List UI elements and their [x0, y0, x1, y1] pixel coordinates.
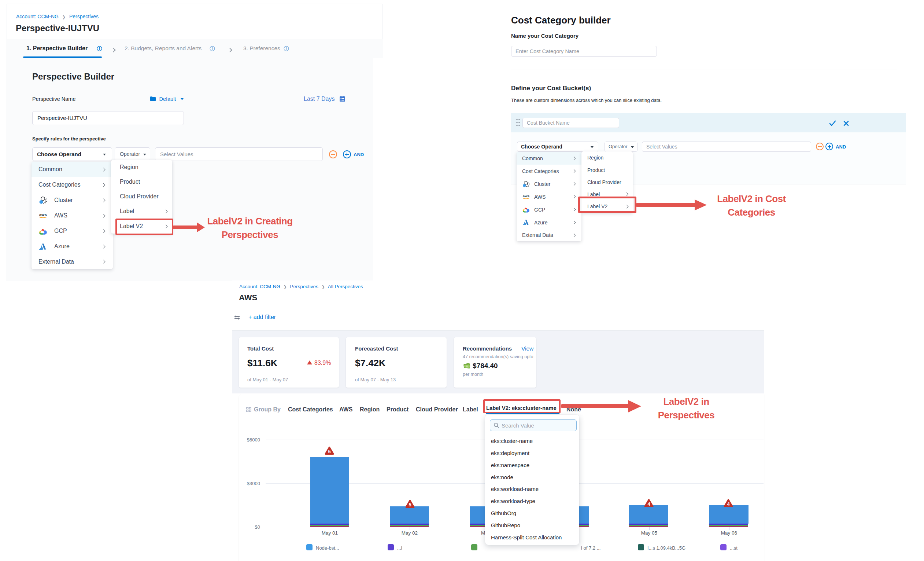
svg-text:4: 4 [647, 501, 650, 507]
svg-text:5: 5 [408, 502, 411, 507]
svg-text:aws: aws [523, 194, 530, 198]
svg-text:aws: aws [39, 212, 47, 217]
svg-text:4: 4 [727, 501, 730, 507]
svg-text:5: 5 [328, 449, 330, 454]
